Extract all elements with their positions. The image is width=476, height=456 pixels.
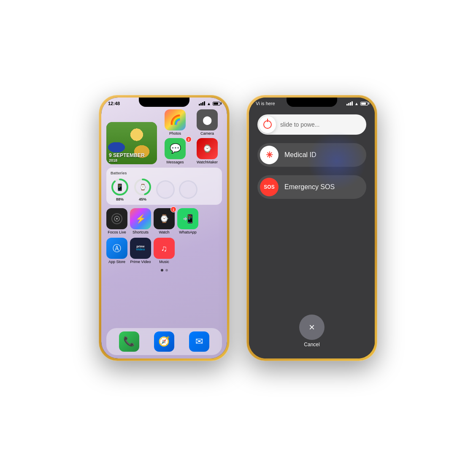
app-icon-photos: 🌈	[165, 109, 186, 130]
sos-text: SOS	[264, 184, 274, 190]
photo-large-widget[interactable]: 9 SEPTEMBER 2018	[106, 122, 157, 164]
battery-item-phone: 📱 88%	[111, 178, 129, 201]
badge-watch: 1	[170, 206, 176, 212]
app-wrap-camera[interactable]: ⬤ Camera	[192, 109, 222, 136]
app-wrap-photos[interactable]: 🌈 Photos	[160, 109, 190, 136]
app-icon-primevideo: prime video	[130, 238, 151, 259]
app-label-watchmaker: WatchMaker	[197, 160, 218, 164]
photo-date-day: 9 SEPTEMBER	[109, 152, 154, 158]
app-icon-shortcuts: ⚡	[130, 208, 151, 229]
power-content: slide to powe... ✳ Medical ID SOS Emerge…	[249, 108, 375, 358]
status-icons-1: ▲	[199, 101, 220, 106]
medical-star-icon: ✳	[266, 150, 273, 160]
app-wrap-watchmaker[interactable]: ⌚ WatchMaker	[192, 138, 222, 164]
wifi-icon-2: ▲	[354, 101, 359, 106]
app-icon-camera: ⬤	[197, 109, 218, 130]
badge-messages: 2	[186, 136, 192, 142]
app-icon-messages: 💬	[165, 138, 186, 159]
home-screen: 12:48 ▲	[101, 98, 227, 358]
page-dots	[106, 267, 222, 273]
app-wrap-shortcuts[interactable]: ⚡ Shortcuts	[130, 208, 151, 234]
app-wrap-watch[interactable]: ⌚ 1 Watch	[154, 208, 175, 234]
notch-2	[287, 98, 337, 107]
batteries-widget: Batteries 📱 88%	[106, 168, 222, 205]
sos-label: Emergency SOS	[284, 183, 335, 191]
app-label-photos: Photos	[169, 131, 181, 136]
photo-date-overlay: 9 SEPTEMBER 2018	[106, 151, 157, 164]
batteries-title: Batteries	[111, 171, 218, 175]
app-label-whatsapp: WhatsApp	[179, 230, 197, 234]
top-apps-grid: 🌈 Photos ⬤ Camera 💬 2 Messages	[160, 109, 222, 164]
app-label-focos: Focos Live	[108, 230, 126, 234]
app-wrap-music[interactable]: ♫ Music	[154, 238, 175, 264]
battery-item-watch: ⌚ 45%	[133, 178, 152, 201]
notch-1	[139, 98, 189, 107]
power-slider-handle	[259, 116, 276, 133]
battery-empty-circle-2	[179, 180, 197, 199]
dock: 📞 🧭 ✉	[106, 328, 222, 355]
medical-id-icon: ✳	[260, 146, 279, 164]
battery-circle-phone: 📱	[111, 178, 129, 196]
app-label-camera: Camera	[200, 131, 214, 136]
app-wrap-focos[interactable]: Focos Live	[106, 208, 127, 234]
signal-icon	[199, 101, 205, 106]
battery-item-empty1	[156, 180, 175, 199]
app-wrap-primevideo[interactable]: prime video Prime Video	[130, 238, 151, 264]
phone-1: 12:48 ▲	[99, 95, 230, 361]
watch-battery-icon: ⌚	[139, 184, 146, 190]
app-wrap-appstore[interactable]: Ⓐ App Store	[106, 238, 127, 264]
app-icon-focos	[106, 208, 127, 229]
battery-item-empty2	[179, 180, 197, 199]
app-icon-watchmaker: ⌚	[197, 138, 218, 159]
batteries-row: 📱 88% ⌚	[111, 178, 218, 201]
app-label-messages: Messages	[166, 160, 184, 164]
status-icons-2: ▲	[346, 101, 368, 106]
battery-pct-watch: 45%	[139, 197, 146, 201]
phone-battery-icon: 📱	[116, 183, 124, 191]
photo-widget-row: 9 SEPTEMBER 2018 🌈 Photos ⬤ C	[106, 109, 222, 164]
emergency-sos-button[interactable]: SOS Emergency SOS	[257, 175, 366, 199]
dot-1	[161, 269, 163, 271]
time-display: 12:48	[108, 101, 120, 106]
signal-icon-2	[346, 101, 353, 106]
cancel-wrap: × Cancel	[299, 315, 325, 347]
scroll-area: 9 SEPTEMBER 2018 🌈 Photos ⬤ C	[101, 108, 227, 328]
power-icon	[263, 120, 272, 129]
app-wrap-messages[interactable]: 💬 2 Messages	[160, 138, 190, 164]
app-icon-whatsapp: 📲	[177, 208, 198, 229]
wifi-icon: ▲	[207, 101, 211, 106]
sos-icon: SOS	[260, 178, 279, 196]
dock-phone[interactable]: 📞	[119, 331, 139, 352]
app-label-shortcuts: Shortcuts	[133, 230, 149, 234]
dock-mail[interactable]: ✉	[189, 331, 209, 352]
app-wrap-whatsapp[interactable]: 📲 WhatsApp	[177, 208, 198, 234]
battery-circle-watch: ⌚	[133, 178, 152, 196]
app-row-1: Focos Live ⚡ Shortcuts ⌚ 1 Watch	[106, 208, 222, 234]
app-label-music: Music	[159, 260, 169, 264]
battery-pct-phone: 88%	[116, 197, 124, 201]
app-icon-music: ♫	[154, 238, 175, 259]
cancel-label: Cancel	[304, 342, 319, 347]
power-slider-text: slide to powe...	[280, 121, 319, 128]
app-icon-appstore: Ⓐ	[106, 238, 127, 259]
dot-2	[165, 269, 168, 271]
phone-2: Vi is here ▲	[246, 95, 377, 361]
battery-icon	[213, 102, 220, 106]
app-label-appstore: App Store	[108, 260, 125, 264]
svg-point-6	[116, 218, 118, 220]
app-label-watch: Watch	[159, 230, 169, 234]
power-slider[interactable]: slide to powe...	[257, 114, 366, 135]
app-row-2: Ⓐ App Store prime video Prime Video	[106, 238, 222, 264]
app-label-primevideo: Prime Video	[130, 260, 151, 264]
battery-empty-circle-1	[156, 180, 175, 199]
carrier-name: Vi is here	[256, 101, 275, 106]
photo-date-year: 2018	[109, 158, 154, 163]
cancel-icon: ×	[309, 321, 315, 333]
medical-id-button[interactable]: ✳ Medical ID	[257, 143, 366, 167]
medical-id-label: Medical ID	[284, 151, 316, 159]
dock-safari[interactable]: 🧭	[154, 331, 174, 352]
power-screen: Vi is here ▲	[249, 98, 375, 358]
battery-icon-2	[360, 102, 368, 106]
cancel-button[interactable]: ×	[299, 315, 325, 340]
